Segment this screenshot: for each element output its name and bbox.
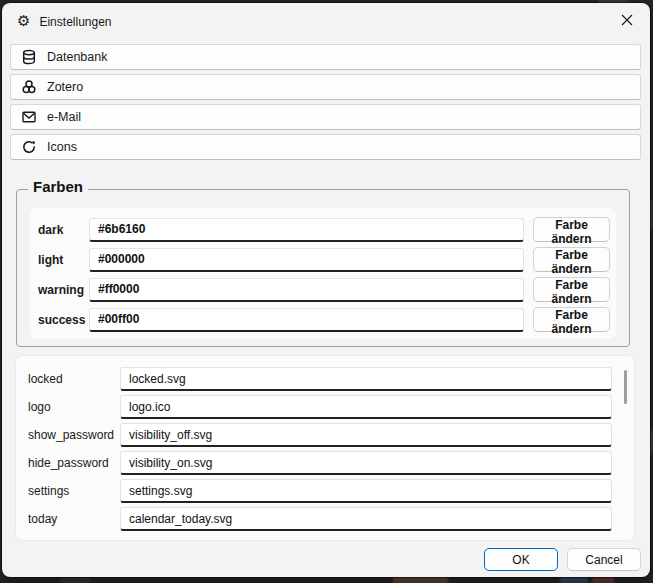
icon-file-input-hide-password[interactable] xyxy=(120,451,612,475)
settings-dialog: ⚙ Einstellungen Datenbank xyxy=(2,3,650,577)
background-artifact xyxy=(393,576,448,583)
change-color-button-warning[interactable]: Farbe ändern xyxy=(533,277,610,302)
dialog-footer: OK Cancel xyxy=(484,548,641,571)
close-button[interactable] xyxy=(604,3,650,36)
icon-row-today: today xyxy=(28,507,612,531)
section-label: Icons xyxy=(47,140,77,154)
icon-row-logo: logo xyxy=(28,395,612,419)
icon-file-label: hide_password xyxy=(28,456,120,470)
icon-file-input-locked[interactable] xyxy=(120,367,612,391)
icon-row-locked: locked xyxy=(28,367,612,391)
desktop-background: ⚙ Einstellungen Datenbank xyxy=(0,0,653,583)
icon-file-input-show-password[interactable] xyxy=(120,423,612,447)
farben-title: Farben xyxy=(28,178,88,195)
gear-icon: ⚙ xyxy=(17,14,30,29)
color-input-success[interactable] xyxy=(89,308,524,332)
color-label: warning xyxy=(36,283,89,297)
color-label: dark xyxy=(36,223,89,237)
icon-file-label: logo xyxy=(28,400,120,414)
color-label: light xyxy=(36,253,89,267)
color-label: success xyxy=(36,313,89,327)
color-row-light: light Farbe ändern xyxy=(36,247,610,272)
close-icon xyxy=(621,14,633,26)
zotero-icon xyxy=(21,79,37,95)
section-label: e-Mail xyxy=(47,110,81,124)
change-color-button-success[interactable]: Farbe ändern xyxy=(533,307,610,332)
scrollbar-thumb[interactable] xyxy=(624,370,627,404)
database-icon xyxy=(21,49,37,65)
icon-file-label: locked xyxy=(28,372,120,386)
section-label: Zotero xyxy=(47,80,83,94)
icon-row-show-password: show_password xyxy=(28,423,612,447)
color-row-dark: dark Farbe ändern xyxy=(36,217,610,242)
ok-button[interactable]: OK xyxy=(484,548,558,571)
titlebar: ⚙ Einstellungen xyxy=(2,3,650,40)
section-button-email[interactable]: e-Mail xyxy=(10,104,641,130)
section-button-icons[interactable]: Icons xyxy=(10,134,641,160)
icon-file-label: show_password xyxy=(28,428,120,442)
refresh-icon xyxy=(21,139,37,155)
icon-file-input-today[interactable] xyxy=(120,507,612,531)
window-title: Einstellungen xyxy=(39,15,111,29)
section-label: Datenbank xyxy=(47,50,107,64)
color-input-warning[interactable] xyxy=(89,278,524,302)
farben-groupbox: Farben dark Farbe ändern light Farbe änd… xyxy=(16,189,630,347)
icon-row-hide-password: hide_password xyxy=(28,451,612,475)
icon-file-label: today xyxy=(28,512,120,526)
icon-row-settings: settings xyxy=(28,479,612,503)
section-button-datenbank[interactable]: Datenbank xyxy=(10,44,641,70)
icon-files-list: locked logo show_password hide_password … xyxy=(16,356,634,540)
icon-file-input-logo[interactable] xyxy=(120,395,612,419)
color-input-dark[interactable] xyxy=(89,218,524,242)
mail-icon xyxy=(21,109,37,125)
background-artifact xyxy=(560,576,588,583)
color-row-warning: warning Farbe ändern xyxy=(36,277,610,302)
section-button-zotero[interactable]: Zotero xyxy=(10,74,641,100)
icon-file-input-settings[interactable] xyxy=(120,479,612,503)
background-artifact xyxy=(60,578,90,583)
color-input-light[interactable] xyxy=(89,248,524,272)
background-artifact xyxy=(592,576,614,583)
color-row-success: success Farbe ändern xyxy=(36,307,610,332)
change-color-button-light[interactable]: Farbe ändern xyxy=(533,247,610,272)
section-list: Datenbank Zotero xyxy=(2,40,650,160)
icon-file-label: settings xyxy=(28,484,120,498)
change-color-button-dark[interactable]: Farbe ändern xyxy=(533,217,610,242)
farben-panel: dark Farbe ändern light Farbe ändern war… xyxy=(30,208,616,339)
cancel-button[interactable]: Cancel xyxy=(567,548,641,571)
